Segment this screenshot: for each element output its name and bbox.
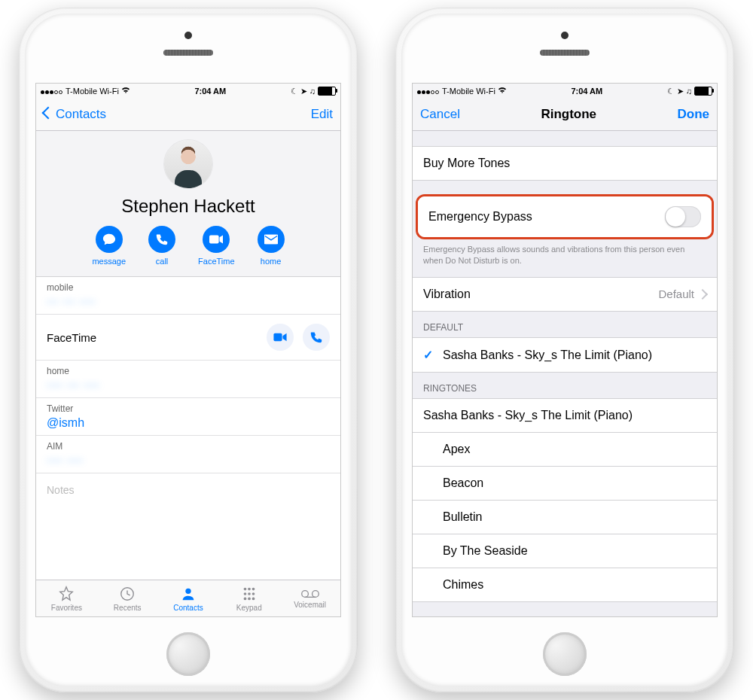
svg-point-12 <box>252 597 255 600</box>
cancel-button[interactable]: Cancel <box>420 107 460 122</box>
ringtone-row[interactable]: Apex <box>413 433 717 467</box>
emergency-bypass-footer: Emergency Bypass allows sounds and vibra… <box>413 239 717 266</box>
email-home-button[interactable]: home <box>258 226 285 266</box>
svg-point-11 <box>248 597 251 600</box>
iphone-left: T-Mobile Wi-Fi 7:04 AM ☾ ➤ ♫ Contacts Ed… <box>19 8 358 692</box>
mobile-row[interactable]: mobile ··· ··· ···· <box>36 277 340 315</box>
aim-value: ···· ···· <box>47 454 84 467</box>
contact-name: Stephen Hackett <box>36 196 340 217</box>
wifi-icon <box>121 87 130 96</box>
status-time: 7:04 AM <box>571 87 602 96</box>
default-ringtone-row[interactable]: ✓Sasha Banks - Sky_s The Limit (Piano) <box>413 337 717 373</box>
ringtone-screen: T-Mobile Wi-Fi 7:04 AM ☾ ➤ ♫ Cancel Ring… <box>412 83 718 617</box>
mobile-value: ··· ··· ···· <box>47 295 96 308</box>
iphone-right: T-Mobile Wi-Fi 7:04 AM ☾ ➤ ♫ Cancel Ring… <box>395 8 734 692</box>
edit-button[interactable]: Edit <box>311 107 333 122</box>
ringtone-row[interactable]: Sasha Banks - Sky_s The Limit (Piano) <box>413 399 717 433</box>
status-time: 7:04 AM <box>194 87 226 96</box>
home-button[interactable] <box>166 632 210 676</box>
facetime-video-button[interactable] <box>267 324 294 351</box>
ringtone-row[interactable]: Bulletin <box>413 501 717 534</box>
tab-favorites[interactable]: Favorites <box>36 580 97 616</box>
status-bar: T-Mobile Wi-Fi 7:04 AM ☾ ➤ ♫ <box>36 84 340 99</box>
home-button[interactable] <box>543 632 587 676</box>
notes-field[interactable]: Notes <box>36 473 340 507</box>
tab-keypad[interactable]: Keypad <box>218 580 279 616</box>
svg-point-7 <box>243 592 246 595</box>
svg-point-3 <box>185 588 191 593</box>
tab-voicemail[interactable]: Voicemail <box>279 580 340 616</box>
location-icon: ➤ <box>300 87 307 96</box>
svg-point-14 <box>312 590 319 597</box>
tab-recents[interactable]: Recents <box>97 580 158 616</box>
video-icon <box>203 226 230 253</box>
buy-more-tones-row[interactable]: Buy More Tones <box>413 146 717 181</box>
tab-bar: Favorites Recents Contacts Keypad Voicem… <box>36 580 340 616</box>
svg-point-4 <box>243 587 246 590</box>
headphones-icon: ♫ <box>686 87 692 96</box>
svg-point-6 <box>252 587 255 590</box>
aim-row[interactable]: AIM ···· ···· <box>36 436 340 473</box>
mail-icon <box>258 226 285 253</box>
svg-point-9 <box>252 592 255 595</box>
call-button[interactable]: call <box>148 226 175 266</box>
vibration-value: Default <box>658 288 694 300</box>
svg-rect-1 <box>273 333 282 341</box>
contact-details: mobile ··· ··· ···· FaceTime home ···· ·… <box>36 277 340 507</box>
cellular-signal-icon <box>41 87 63 96</box>
svg-point-10 <box>243 597 246 600</box>
home-email-value: ···· ··· ···· <box>47 379 100 391</box>
default-header: DEFAULT <box>413 312 717 337</box>
location-icon: ➤ <box>677 87 684 96</box>
status-bar: T-Mobile Wi-Fi 7:04 AM ☾ ➤ ♫ <box>413 84 717 99</box>
chevron-left-icon <box>42 107 55 120</box>
svg-rect-0 <box>264 235 278 245</box>
vibration-row[interactable]: Vibration Default <box>413 277 717 312</box>
message-button[interactable]: message <box>92 226 126 266</box>
dnd-icon: ☾ <box>667 87 675 96</box>
battery-icon <box>318 87 336 96</box>
nav-title: Ringtone <box>541 107 596 122</box>
ringtone-row[interactable]: By The Seaside <box>413 534 717 568</box>
svg-point-8 <box>248 592 251 595</box>
twitter-value: @ismh <box>47 416 84 429</box>
carrier-label: T-Mobile Wi-Fi <box>442 87 495 96</box>
emergency-bypass-switch[interactable] <box>665 206 701 227</box>
contacts-screen: T-Mobile Wi-Fi 7:04 AM ☾ ➤ ♫ Contacts Ed… <box>35 83 341 617</box>
wifi-icon <box>498 87 507 96</box>
emergency-bypass-row[interactable]: Emergency Bypass <box>418 196 712 237</box>
headphones-icon: ♫ <box>309 87 316 96</box>
svg-point-13 <box>301 590 308 597</box>
back-button[interactable]: Contacts <box>44 107 106 122</box>
done-button[interactable]: Done <box>677 107 709 122</box>
phone-icon <box>148 226 175 253</box>
home-email-row[interactable]: home ···· ··· ···· <box>36 361 340 398</box>
twitter-row[interactable]: Twitter @ismh <box>36 398 340 436</box>
dnd-icon: ☾ <box>291 87 298 96</box>
tab-contacts[interactable]: Contacts <box>158 580 219 616</box>
ringtone-row[interactable]: Beacon <box>413 467 717 501</box>
emergency-bypass-highlight: Emergency Bypass <box>416 194 714 239</box>
nav-bar: Contacts Edit <box>36 99 340 131</box>
ringtones-list: Sasha Banks - Sky_s The Limit (Piano) Ap… <box>413 398 717 602</box>
contact-header: Stephen Hackett message call FaceTime ho… <box>36 131 340 277</box>
facetime-button[interactable]: FaceTime <box>198 226 235 266</box>
cellular-signal-icon <box>417 87 440 96</box>
chevron-right-icon <box>697 289 708 300</box>
facetime-row: FaceTime <box>36 315 340 361</box>
facetime-audio-button[interactable] <box>303 324 330 351</box>
avatar[interactable] <box>164 140 212 188</box>
message-icon <box>96 226 123 253</box>
checkmark-icon: ✓ <box>423 348 435 362</box>
carrier-label: T-Mobile Wi-Fi <box>66 87 119 96</box>
battery-icon <box>694 87 712 96</box>
ringtones-header: RINGTONES <box>413 373 717 398</box>
svg-point-5 <box>248 587 251 590</box>
nav-bar: Cancel Ringtone Done <box>413 99 717 131</box>
ringtone-row[interactable]: Chimes <box>413 568 717 602</box>
